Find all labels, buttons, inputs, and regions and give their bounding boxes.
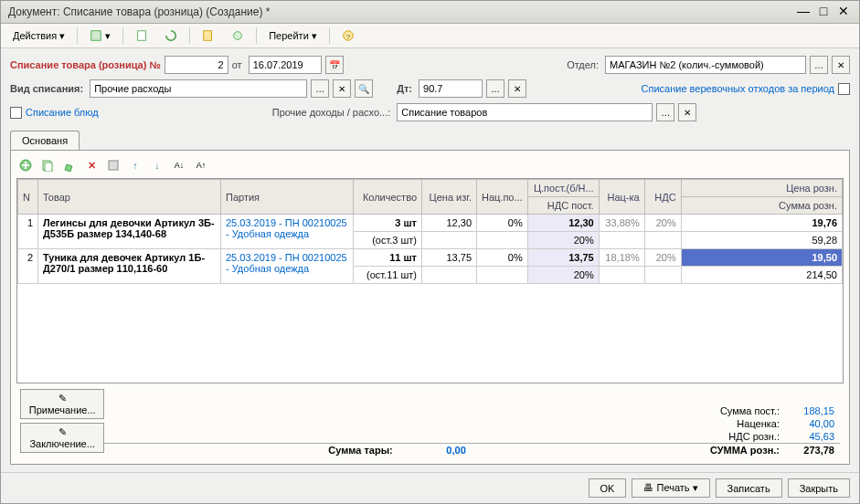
conclusion-button[interactable]: ✎ Заключение... bbox=[20, 423, 104, 453]
items-grid[interactable]: N Товар Партия Количество Цена изг. Нац.… bbox=[16, 178, 844, 383]
up-icon[interactable]: ↑ bbox=[126, 156, 144, 174]
calendar-icon[interactable]: 📅 bbox=[325, 56, 344, 74]
grid-toolbar: ✕ ↑ ↓ A↓ A↑ bbox=[16, 156, 844, 174]
titlebar: Документ: Списание товара (розница) (Соз… bbox=[1, 1, 859, 24]
svg-point-3 bbox=[234, 32, 242, 40]
close-button[interactable]: Закрыть bbox=[788, 478, 850, 498]
col-nacka[interactable]: Нац-ка bbox=[599, 180, 644, 215]
dept-input[interactable] bbox=[605, 56, 806, 74]
post-icon[interactable] bbox=[196, 26, 221, 45]
dept-label: Отдел: bbox=[567, 59, 599, 70]
edit-row-icon[interactable] bbox=[60, 156, 79, 174]
col-rozn[interactable]: Цена розн. bbox=[681, 180, 842, 197]
other-label: Прочие доходы / расхо...: bbox=[272, 107, 391, 118]
sort-asc-icon[interactable]: A↓ bbox=[170, 156, 188, 174]
tabs: Основаня bbox=[10, 131, 850, 151]
goto-menu[interactable]: Перейти ▾ bbox=[262, 27, 324, 45]
col-qty[interactable]: Количество bbox=[354, 180, 422, 215]
other-input[interactable] bbox=[397, 103, 653, 121]
doc-icon[interactable] bbox=[129, 26, 154, 45]
save-button[interactable]: Записать bbox=[716, 478, 782, 498]
totals: Сумма пост.:188,15 Наценка:40,00 НДС роз… bbox=[104, 404, 840, 457]
down-icon[interactable]: ↓ bbox=[148, 156, 166, 174]
movement-icon[interactable] bbox=[225, 26, 250, 45]
kind-input[interactable] bbox=[90, 79, 307, 98]
tab-main[interactable]: Основаня bbox=[10, 131, 80, 150]
col-cpost[interactable]: Ц.пост.(б/Н... bbox=[527, 180, 599, 197]
col-nadp[interactable]: Нац.по... bbox=[477, 180, 528, 215]
from-label: от bbox=[232, 59, 242, 70]
svg-rect-2 bbox=[204, 31, 212, 41]
doc-number-input[interactable] bbox=[165, 56, 228, 74]
svg-rect-8 bbox=[45, 163, 52, 172]
print-button[interactable]: 🖶 Печать ▾ bbox=[632, 478, 709, 498]
dt-label: Дт: bbox=[397, 83, 412, 94]
dish-checkbox[interactable] bbox=[10, 107, 22, 119]
table-row[interactable]: 1 Легинсы для девочки Артикул 3Б-Д535Б р… bbox=[18, 215, 843, 232]
sort-desc-icon[interactable]: A↑ bbox=[192, 156, 210, 174]
copy-row-icon[interactable] bbox=[38, 156, 57, 174]
dt-select-icon[interactable]: … bbox=[486, 79, 504, 98]
main-toolbar: Действия ▾ ▾ Перейти ▾ ? bbox=[1, 24, 859, 48]
kind-clear-icon[interactable]: ✕ bbox=[333, 79, 351, 98]
note-button[interactable]: ✎ Примечание... bbox=[20, 389, 104, 419]
grid-icon[interactable] bbox=[104, 156, 122, 174]
svg-text:?: ? bbox=[346, 33, 351, 41]
col-price[interactable]: Цена изг. bbox=[422, 180, 477, 215]
col-ndspost[interactable]: НДС пост. bbox=[527, 197, 599, 215]
window-title: Документ: Списание товара (розница) (Соз… bbox=[8, 5, 791, 18]
dish-link[interactable]: Списание блюд bbox=[26, 107, 99, 118]
refresh-icon[interactable] bbox=[158, 26, 184, 45]
dt-input[interactable] bbox=[419, 79, 483, 98]
app-window: Документ: Списание товара (розница) (Соз… bbox=[0, 0, 860, 504]
col-srozn[interactable]: Сумма розн. bbox=[681, 197, 842, 215]
col-n[interactable]: N bbox=[18, 180, 38, 215]
other-clear-icon[interactable]: ✕ bbox=[678, 103, 696, 121]
dept-select-icon[interactable]: … bbox=[810, 56, 828, 74]
dt-clear-icon[interactable]: ✕ bbox=[508, 79, 526, 98]
add-row-icon[interactable] bbox=[16, 156, 35, 174]
maximize-icon[interactable]: □ bbox=[815, 5, 832, 19]
actions-menu[interactable]: Действия ▾ bbox=[6, 27, 71, 45]
dept-clear-icon[interactable]: ✕ bbox=[832, 56, 850, 74]
svg-rect-1 bbox=[138, 31, 146, 41]
plus-icon[interactable]: ▾ bbox=[83, 26, 117, 45]
kind-label: Вид списания: bbox=[10, 83, 83, 94]
ok-button[interactable]: OK bbox=[589, 478, 627, 498]
kind-select-icon[interactable]: … bbox=[311, 79, 329, 98]
svg-rect-0 bbox=[91, 31, 101, 41]
date-input[interactable] bbox=[249, 56, 322, 74]
close-icon[interactable]: ✕ bbox=[835, 5, 852, 19]
rope-checkbox[interactable] bbox=[838, 83, 850, 95]
bottom-bar: OK 🖶 Печать ▾ Записать Закрыть bbox=[1, 472, 859, 503]
table-row[interactable]: 2 Туника для девочек Артикул 1Б-Д270/1 р… bbox=[18, 249, 843, 267]
delete-row-icon[interactable]: ✕ bbox=[82, 156, 101, 174]
kind-search-icon[interactable]: 🔍 bbox=[355, 79, 373, 98]
help-icon[interactable]: ? bbox=[335, 26, 361, 45]
svg-rect-9 bbox=[109, 161, 118, 170]
doc-heading: Списание товара (розница) № bbox=[10, 59, 161, 70]
rope-link[interactable]: Списание веревочных отходов за период bbox=[642, 83, 834, 94]
col-tovar[interactable]: Товар bbox=[38, 180, 221, 215]
col-nds[interactable]: НДС bbox=[644, 180, 681, 215]
minimize-icon[interactable]: — bbox=[795, 5, 812, 19]
other-select-icon[interactable]: … bbox=[656, 103, 674, 121]
col-party[interactable]: Партия bbox=[221, 180, 354, 215]
